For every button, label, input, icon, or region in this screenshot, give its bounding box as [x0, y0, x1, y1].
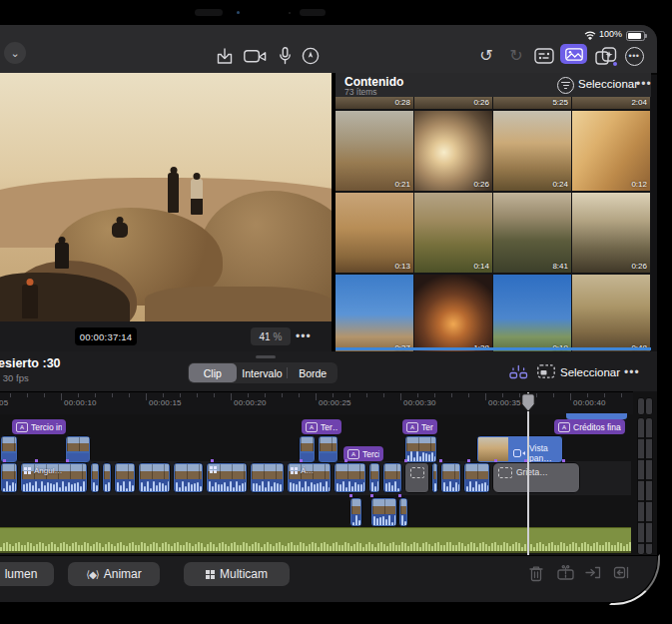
undo-button[interactable]: ↺: [473, 45, 499, 67]
connected-clip[interactable]: [404, 435, 437, 463]
title-clip[interactable]: ATer…: [302, 419, 341, 434]
storyline-clip[interactable]: [0, 462, 18, 493]
clip-thumbnail: [433, 464, 436, 480]
timeline-more-button[interactable]: •••: [624, 365, 640, 379]
media-thumbnail[interactable]: 0:24: [493, 111, 571, 191]
storyline-clip[interactable]: [440, 462, 461, 493]
viewer-more-button[interactable]: •••: [296, 329, 312, 343]
title-clip[interactable]: ATercio in…: [12, 419, 66, 434]
vista-clip-label: Vista pan…: [513, 443, 562, 463]
collapse-chevron-button[interactable]: ⌄: [4, 42, 26, 64]
ruler-label: 00:00:20: [234, 398, 267, 407]
storyline-clip[interactable]: [90, 462, 100, 493]
media-thumbnail[interactable]: 2:04: [572, 97, 650, 109]
connected-clip[interactable]: [318, 435, 338, 463]
connected-below-clip[interactable]: [349, 497, 362, 527]
storyline-clip[interactable]: [173, 462, 204, 493]
import-button[interactable]: [212, 45, 238, 67]
button-lumen[interactable]: lumen: [0, 562, 54, 586]
record-audio-button[interactable]: [272, 45, 298, 67]
more-button[interactable]: •••: [621, 45, 647, 67]
redo-button[interactable]: ↻: [503, 45, 529, 67]
title-clip[interactable]: ATercio…: [343, 446, 383, 461]
storyline-clip[interactable]: [250, 462, 285, 493]
timeline-overview-icon[interactable]: [537, 364, 555, 378]
title-clip[interactable]: ACréditos finales: [554, 419, 625, 434]
record-video-button[interactable]: [242, 45, 268, 67]
music-track[interactable]: [0, 527, 631, 553]
media-thumbnail[interactable]: 0:12: [572, 111, 650, 191]
clip-waveform: [433, 479, 436, 491]
battery-percent: 100%: [599, 29, 622, 39]
storyline-clip[interactable]: [102, 462, 112, 493]
media-thumbnail[interactable]: 0:19: [493, 275, 571, 354]
battery-icon: [626, 31, 645, 41]
media-thumbnail[interactable]: 0:37: [336, 275, 413, 354]
storyline-clip[interactable]: Á…: [287, 462, 332, 493]
storyline-clip[interactable]: [431, 462, 438, 493]
storyline-clip[interactable]: [463, 462, 490, 493]
segment-borde[interactable]: Borde: [289, 363, 336, 382]
timeline-ruler[interactable]: 0500:00:1000:00:1500:00:2000:00:2500:00:…: [0, 391, 633, 414]
track-scrollbar-left[interactable]: [637, 417, 645, 555]
media-thumbnail[interactable]: 8:41: [493, 193, 571, 273]
media-browser-button[interactable]: [560, 44, 587, 64]
ruler-label: 00:00:25: [319, 398, 351, 407]
media-thumbnail[interactable]: 0:14: [414, 193, 492, 273]
zoom-level-button[interactable]: 41 %: [251, 327, 291, 345]
media-thumbnail[interactable]: 1:28: [414, 275, 492, 354]
media-thumbnail[interactable]: 0:28: [336, 97, 413, 109]
media-thumbnail[interactable]: 0:26: [572, 193, 650, 273]
browser-select-button[interactable]: Seleccionar: [578, 78, 638, 90]
connect-clip-icon[interactable]: [509, 364, 528, 379]
preview-person-standing-2: [191, 179, 203, 215]
viewer-preview[interactable]: [0, 73, 332, 321]
playhead-handle[interactable]: [521, 393, 535, 412]
overwrite-clip-button[interactable]: [613, 565, 633, 585]
storyline-clip[interactable]: [368, 462, 380, 493]
title-clip[interactable]: ATer…: [402, 419, 437, 434]
segment-intervalo[interactable]: Intervalo: [239, 363, 287, 382]
delete-button[interactable]: [528, 565, 548, 585]
connected-below-clip[interactable]: [370, 497, 397, 527]
ruler-label: 00:00:30: [403, 398, 436, 407]
media-thumbnail[interactable]: 0:26: [414, 97, 492, 109]
clip-thumbnail: [140, 464, 169, 480]
button-animar[interactable]: ⟨◆⟩Animar: [68, 562, 160, 586]
media-thumbnail[interactable]: 5:25: [493, 97, 571, 109]
timeline-drag-handle[interactable]: [256, 355, 276, 358]
track-scrollbar-right[interactable]: [645, 417, 653, 555]
track-scrollbar-top-right[interactable]: [645, 397, 653, 415]
track-scrollbar-top-left[interactable]: [637, 397, 645, 415]
clip-thumbnail: [478, 437, 508, 461]
filter-button[interactable]: [557, 77, 574, 94]
segment-clip[interactable]: Clip: [189, 363, 237, 382]
media-thumbnail[interactable]: 0:48: [572, 275, 650, 354]
button-multicam[interactable]: Multicam: [184, 562, 290, 586]
placeholder-clip[interactable]: G: [404, 462, 429, 493]
storyline-clip[interactable]: [382, 462, 402, 493]
storyline-clip[interactable]: [114, 462, 136, 493]
storyline-clip[interactable]: Ángul…: [20, 462, 88, 493]
media-thumbnail[interactable]: 0:13: [336, 193, 413, 273]
inspector-button[interactable]: [531, 45, 557, 67]
ellipsis-icon: •••: [624, 365, 640, 379]
connected-below-clip[interactable]: [398, 497, 408, 527]
edit-mode-segmented-control[interactable]: ClipIntervaloBorde: [188, 362, 337, 383]
storyline-clip[interactable]: [334, 462, 366, 493]
split-clip-button[interactable]: [557, 565, 577, 585]
effects-button[interactable]: [593, 45, 619, 67]
storyline-clip[interactable]: [138, 462, 171, 493]
media-thumbnail[interactable]: 0:26: [414, 111, 492, 191]
insert-clip-button[interactable]: [585, 565, 605, 585]
storyline-clip[interactable]: [206, 462, 248, 493]
project-meta: · 30 fps: [0, 372, 29, 383]
pencil-tool-button[interactable]: [298, 45, 324, 67]
clip-duration: 5:25: [552, 98, 568, 107]
browser-more-button[interactable]: •••: [636, 77, 651, 91]
clip-duration: 0:26: [473, 180, 489, 189]
placeholder-clip[interactable]: Grieta…: [492, 462, 580, 493]
vista-clip[interactable]: Vista pan…: [476, 435, 563, 463]
timeline-select-button[interactable]: Seleccionar: [560, 366, 620, 378]
media-thumbnail[interactable]: 0:21: [336, 111, 413, 191]
